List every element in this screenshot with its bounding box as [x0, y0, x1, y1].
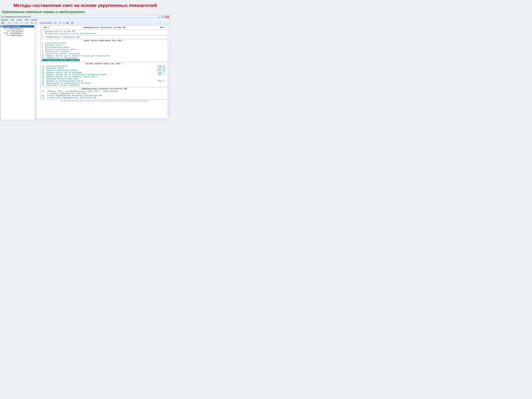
refresh-icon[interactable]	[8, 22, 11, 24]
scrollbar-vertical[interactable]	[167, 25, 170, 118]
slide-subtitle: Укрупненные сметные нормы и прейскуранты	[0, 9, 170, 15]
sheet-icon[interactable]: F	[1, 22, 4, 24]
maximize-button[interactable]	[161, 16, 165, 18]
tree-item[interactable]: + 4. Строительные р…	[1, 27, 37, 30]
doc-section-4: Система сметных норм и цен 1991 г. 13. С…	[40, 62, 169, 87]
doc-header-left: АВС-4	[44, 26, 49, 29]
list-item[interactable]: 25. О подсистеме информационного обеспеч…	[42, 96, 167, 99]
section-title: Информационные материалы пользователя АВ…	[42, 88, 167, 90]
list-item[interactable]: 21. Прейскуранты на оборудование и матер…	[42, 82, 167, 84]
tree-root-label: Главная страница	[3, 25, 20, 27]
app-window: Информационное обеспечение АВС Документ …	[0, 15, 170, 120]
separator-rule: =-=-=-=-=-=-=-=-=-=-=-=-=-=-=-=-=-=-=-=-…	[40, 100, 169, 102]
list-item[interactable]: 10. Сборник сметных цен на перевозки гру…	[42, 55, 167, 57]
app-icon	[1, 16, 3, 18]
list-item[interactable]: 24. Состав информационных материалов пол…	[42, 95, 167, 96]
menu-view[interactable]: Вид	[11, 19, 14, 21]
collapse-icon[interactable]: +	[1, 26, 3, 27]
expand-icon[interactable]: +	[4, 32, 5, 34]
list-item[interactable]: 6. Пусконаладочные работы	[42, 46, 167, 48]
list-item[interactable]: 2. Методические документы системы ценооб…	[42, 32, 167, 35]
dropdown-icon[interactable]: ▼	[19, 22, 19, 23]
list-item[interactable]: 15. Ремонтно-строительные работыСНиР-91Р	[42, 69, 167, 71]
toolbar: F ▼ ▼ ▼ ▼ Сметный район: 1	[1, 21, 170, 25]
doc-section-5: Информационные материалы пользователя АВ…	[40, 87, 169, 100]
dropdown-icon[interactable]: ▼	[5, 22, 6, 23]
tree-item[interactable]: + 8. Конструкции…	[1, 30, 37, 32]
tree-item-label: Т1 Прейскурант…	[8, 34, 24, 37]
redo-icon[interactable]	[20, 22, 23, 24]
svg-line-9	[32, 23, 33, 24]
list-item[interactable]: 4. Строительные работы	[42, 42, 167, 44]
menu-bar: Документ Вид Сервис Окно Справка	[1, 19, 170, 21]
list-item[interactable]: 8. Строительные материалы	[42, 51, 167, 53]
list-item[interactable]: 17. Сборник сметных цен на эксплуатацию …	[42, 74, 167, 76]
menu-help[interactable]: Справка	[31, 19, 37, 21]
svg-text:F: F	[2, 22, 3, 24]
list-item[interactable]: 22. Укрупненные сметные нормы(УСН)	[42, 84, 167, 86]
list-item[interactable]: 1. Документация по системе АВС	[42, 30, 167, 32]
doc-header-center: Информационное обеспечение системы АВС	[49, 26, 160, 29]
doc-header: АВС-4 Информационное обеспечение системы…	[40, 25, 169, 30]
list-item-selected[interactable]: 12. Укрупненные сметные нормы(УСН)	[42, 59, 80, 61]
section-title: Новая сметно-нормативная база 2001 г.	[42, 40, 167, 42]
list-item[interactable]: 3. Кодификаторы и справочники АВС	[42, 36, 167, 38]
svg-rect-3	[163, 16, 164, 17]
list-item[interactable]: 13. Строительные работыСНиР-91	[42, 65, 167, 67]
doc-section-3: Новая сметно-нормативная база 2001 г. 4.…	[40, 39, 169, 62]
list-item[interactable]: 18. Сборник сметных цен на перевозки гру…	[42, 76, 167, 78]
list-item[interactable]: 20. Ценники на пусконаладочные работы199…	[42, 80, 167, 82]
close-button[interactable]	[165, 16, 169, 18]
svg-line-12	[61, 23, 61, 24]
database-icon[interactable]	[66, 22, 69, 24]
undo-icon[interactable]	[15, 22, 18, 24]
tree-item-label: 4. Строительные р…	[6, 28, 25, 30]
svg-rect-15	[63, 23, 64, 24]
list-item[interactable]: 11. Сборники цен на оборудование	[42, 57, 167, 59]
tree-panel: + Главная страница + 4. Строительные р… …	[1, 25, 37, 120]
folder-icon[interactable]	[34, 22, 37, 24]
tree-item[interactable]: + Т1 Прейскурант…	[1, 34, 37, 37]
expand-icon[interactable]: +	[6, 35, 8, 36]
find-icon[interactable]	[59, 22, 62, 24]
tree-root[interactable]: + Главная страница	[1, 25, 37, 27]
section-title: Система сметных норм и цен 1991 г.	[42, 63, 167, 65]
list-item[interactable]: 19. Ресурсные сметные нормы (РСН)	[42, 78, 167, 80]
tree-item[interactable]: + 12. Укрупненные с…	[1, 32, 37, 34]
doc-header-right: АВС-4	[160, 26, 165, 29]
svg-rect-14	[63, 22, 64, 23]
exit-icon[interactable]	[71, 22, 74, 24]
document-panel: АВС-4 Информационное обеспечение системы…	[37, 25, 170, 120]
slide-title: Методы составления смет на основе укрупн…	[0, 0, 170, 9]
menu-service[interactable]: Сервис	[17, 19, 22, 21]
region-label: Сметный район: 1	[40, 22, 53, 24]
list-item-continuation: с помощью коэффициентов в цены 2001 г.	[42, 92, 167, 95]
menu-document[interactable]: Документ	[1, 19, 8, 21]
doc-section-1: 1. Документация по системе АВС 2. Методи…	[40, 30, 169, 36]
scrollbar-vertical[interactable]	[34, 25, 37, 120]
print-icon[interactable]	[63, 22, 65, 24]
globe-icon[interactable]	[54, 22, 57, 24]
list-item[interactable]: 16. Сборник сметных цен на материалы1991…	[42, 71, 167, 74]
list-item[interactable]: 14. Монтажные работыСНиР-91	[42, 67, 167, 69]
titlebar: Информационное обеспечение АВС	[1, 15, 170, 19]
expand-icon[interactable]: +	[4, 28, 5, 29]
svg-point-8	[31, 22, 32, 23]
menu-window[interactable]: Окно	[25, 19, 28, 21]
doc-section-2: 3. Кодификаторы и справочники АВС	[40, 35, 169, 39]
tree-item-label: 8. Конструкции…	[8, 30, 24, 32]
expand-icon[interactable]: +	[6, 30, 8, 32]
svg-point-11	[60, 22, 61, 23]
home-icon[interactable]	[26, 22, 28, 24]
zoom-icon[interactable]	[31, 22, 33, 24]
list-item[interactable]: 5. Монтажные работы	[42, 44, 167, 46]
list-item[interactable]: 7. Ремонтно-строительные работы	[42, 48, 167, 51]
scrollbar-horizontal[interactable]	[37, 118, 167, 120]
list-item[interactable]: 9. Строительные машины и механизмы	[42, 53, 167, 55]
tree-item-label: 12. Укрупненные с…	[6, 32, 25, 34]
svg-point-1	[2, 16, 3, 17]
minimize-button[interactable]	[157, 16, 161, 18]
list-item[interactable]: 23. Сборники 1991 г. не разработанные в …	[42, 90, 167, 92]
dropdown-icon[interactable]: ▼	[24, 22, 25, 23]
dropdown-icon[interactable]: ▼	[12, 22, 13, 23]
